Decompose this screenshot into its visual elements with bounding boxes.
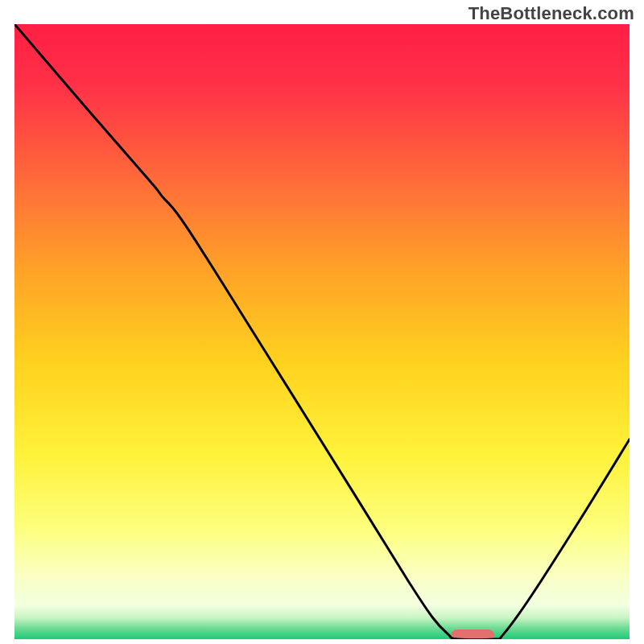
watermark-text: TheBottleneck.com (469, 3, 634, 24)
optimal-marker (451, 630, 493, 639)
gradient-background (14, 24, 630, 639)
chart-svg (14, 24, 630, 639)
bottleneck-chart (14, 24, 630, 639)
